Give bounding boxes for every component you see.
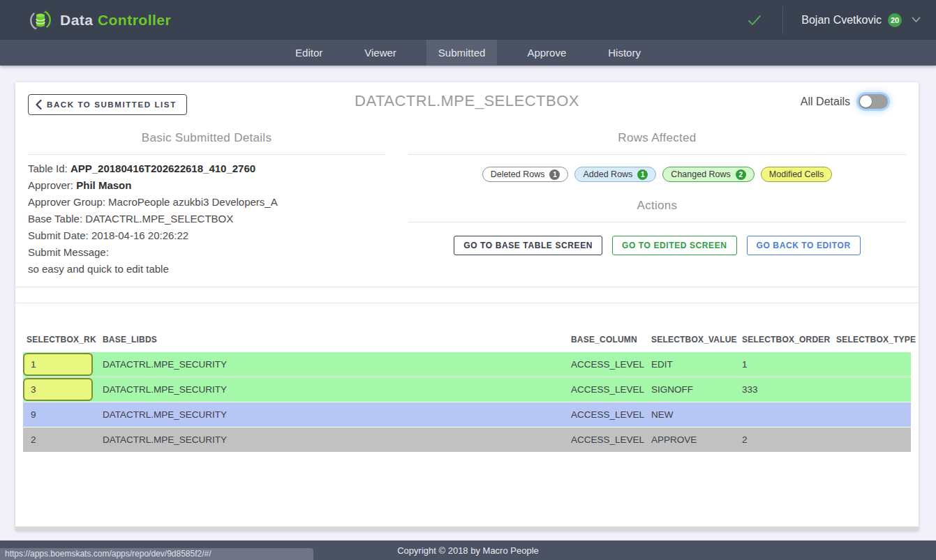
app-logo[interactable]: Data Controller xyxy=(28,8,171,33)
table-id-value: APP_20180416T202622618_410_2760 xyxy=(70,162,255,174)
rows-affected-legend: Deleted Rows 1 Added Rows 1 Changed Rows… xyxy=(408,155,906,182)
user-count-badge: 20 xyxy=(888,13,902,27)
submit-message-value: so easy and quick to edit table xyxy=(28,261,385,278)
go-to-edited-screen-button[interactable]: GO TO EDITED SCREEN xyxy=(612,236,737,255)
submitted-rows-table: SELECTBOX_RK BASE_LIBDS BASE_COLUMN SELE… xyxy=(23,312,911,453)
basic-details-heading: Basic Submitted Details xyxy=(28,126,385,145)
toggle-knob xyxy=(860,96,872,107)
submit-date-row: Submit Date: 2018-04-16 20:26:22 xyxy=(28,227,385,244)
all-details-label: All Details xyxy=(801,96,850,108)
modified-cell[interactable]: 3 xyxy=(23,378,93,401)
app-title: Data Controller xyxy=(60,12,171,29)
col-base-libds: BASE_LIBDS xyxy=(103,312,571,351)
modified-cell[interactable]: 1 xyxy=(23,353,93,376)
card-header: BACK TO SUBMITTED LIST DATACTRL.MPE_SELE… xyxy=(15,82,919,126)
page-title: DATACTRL.MPE_SELECTBOX xyxy=(15,92,919,110)
col-selectbox-value: SELECTBOX_VALUE xyxy=(651,312,742,351)
deleted-rows-count: 1 xyxy=(549,169,560,180)
changed-rows-pill: Changed Rows 2 xyxy=(662,167,754,182)
table-row[interactable]: 9 DATACTRL.MPE_SECURITY ACCESS_LEVEL NEW xyxy=(23,402,911,427)
basic-details-section: Basic Submitted Details Table Id: APP_20… xyxy=(15,126,385,278)
tab-submitted[interactable]: Submitted xyxy=(426,40,498,66)
go-to-base-table-button[interactable]: GO TO BASE TABLE SCREEN xyxy=(454,236,602,255)
added-rows-count: 1 xyxy=(637,169,648,180)
all-details-toggle[interactable] xyxy=(859,94,888,109)
table-row[interactable]: 1 DATACTRL.MPE_SECURITY ACCESS_LEVEL EDI… xyxy=(23,352,911,377)
copyright-text: Copyright © 2018 by Macro People xyxy=(397,545,539,556)
browser-status-url: https://apps.boemskats.com/apps/repo/dev… xyxy=(0,548,313,560)
user-name[interactable]: Bojan Cvetkovic xyxy=(801,14,882,27)
table-row[interactable]: 3 DATACTRL.MPE_SECURITY ACCESS_LEVEL SIG… xyxy=(23,377,911,402)
approver-row: Approver: Phil Mason xyxy=(28,177,385,194)
table-header-row: SELECTBOX_RK BASE_LIBDS BASE_COLUMN SELE… xyxy=(23,312,911,351)
rows-affected-section: Rows Affected Deleted Rows 1 Added Rows … xyxy=(385,126,919,278)
approver-group-value: MacroPeople azukbi3 Developers_A xyxy=(108,196,278,208)
added-rows-pill: Added Rows 1 xyxy=(574,167,656,182)
deleted-rows-pill: Deleted Rows 1 xyxy=(482,167,569,182)
submitted-rows-table-wrap: SELECTBOX_RK BASE_LIBDS BASE_COLUMN SELE… xyxy=(15,303,919,453)
tab-editor[interactable]: Editor xyxy=(283,40,334,66)
base-table-row: Base Table: DATACTRL.MPE_SELECTBOX xyxy=(28,211,385,227)
submit-date-value: 2018-04-16 20:26:22 xyxy=(91,229,188,241)
rows-affected-heading: Rows Affected xyxy=(408,126,906,145)
database-sync-icon xyxy=(28,8,53,33)
tab-history[interactable]: History xyxy=(596,40,653,66)
table-row[interactable]: 2 DATACTRL.MPE_SECURITY ACCESS_LEVEL APP… xyxy=(23,427,911,452)
topbar-divider xyxy=(782,6,783,34)
approver-group-row: Approver Group: MacroPeople azukbi3 Deve… xyxy=(28,194,385,211)
chevron-down-icon[interactable] xyxy=(912,17,921,23)
go-back-to-editor-button[interactable]: GO BACK TO EDITOR xyxy=(747,236,861,255)
col-selectbox-order: SELECTBOX_ORDER xyxy=(742,312,836,351)
base-table-value: DATACTRL.MPE_SELECTBOX xyxy=(85,213,233,225)
col-selectbox-type: SELECTBOX_TYPE xyxy=(836,312,911,351)
changed-rows-count: 2 xyxy=(736,169,746,180)
submitted-detail-card: BACK TO SUBMITTED LIST DATACTRL.MPE_SELE… xyxy=(15,82,919,531)
submit-message-label: Submit Message: xyxy=(28,244,385,261)
actions-heading: Actions xyxy=(408,182,906,213)
table-id-row: Table Id: APP_20180416T202622618_410_276… xyxy=(28,160,385,177)
actions-buttons: GO TO BASE TABLE SCREEN GO TO EDITED SCR… xyxy=(408,222,906,255)
modified-cells-pill: Modified Cells xyxy=(761,167,833,182)
topbar: Data Controller Bojan Cvetkovic 20 xyxy=(0,0,936,40)
tab-viewer[interactable]: Viewer xyxy=(352,40,408,66)
status-check-icon xyxy=(746,12,763,29)
collapsed-section-band xyxy=(15,287,919,303)
approver-value: Phil Mason xyxy=(76,179,131,191)
col-selectbox-rk: SELECTBOX_RK xyxy=(23,312,103,351)
tab-approve[interactable]: Approve xyxy=(515,40,578,66)
main-nav: Editor Viewer Submitted Approve History xyxy=(0,40,936,66)
col-base-column: BASE_COLUMN xyxy=(571,312,651,351)
all-details-control: All Details xyxy=(801,94,888,109)
